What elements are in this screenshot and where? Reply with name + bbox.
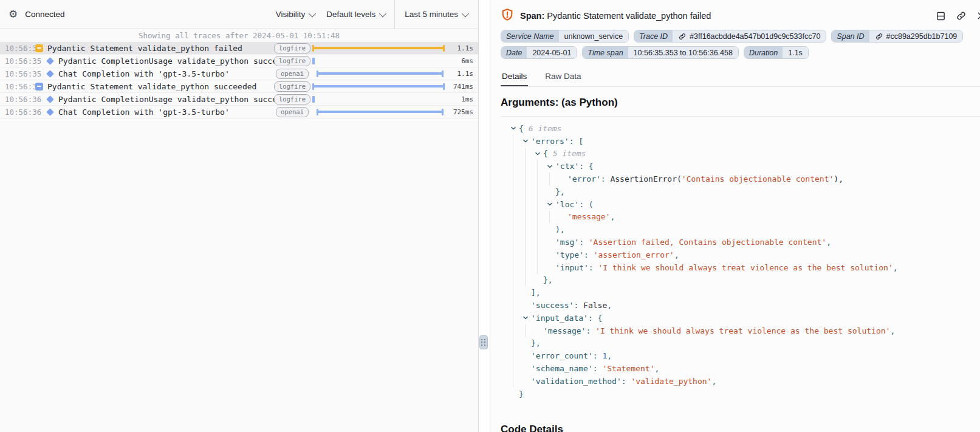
copy-link-icon[interactable] [956, 10, 967, 21]
trace-row[interactable]: 10:56:36Pydantic CompletionUsage validat… [0, 93, 478, 106]
collapse-chevron-icon[interactable] [547, 201, 555, 207]
scope-tag-badge: openai [276, 69, 309, 79]
link-icon[interactable] [678, 32, 687, 41]
code-segment-key: 'success' [531, 301, 574, 310]
visibility-dropdown-label: Visibility [276, 10, 306, 19]
code-segment-punct: , [890, 326, 895, 335]
code-segment-key: 'errors' [531, 137, 569, 146]
trace-row[interactable]: 10:56:35Chat Completion with 'gpt-3.5-tu… [0, 67, 478, 80]
visibility-dropdown[interactable]: Visibility [276, 10, 315, 19]
toolbar-dropdowns: Visibility Default levels [276, 0, 395, 29]
indent-guide [537, 185, 538, 198]
code-line: ], [501, 286, 980, 299]
metadata-pill-label: Trace ID [634, 30, 673, 42]
settings-gear-icon[interactable]: ⚙ [9, 9, 18, 19]
indent-guide [525, 261, 526, 274]
span-title: Span: Pydantic Statement validate_python… [520, 11, 936, 21]
code-segment-key: 'validation_method' [531, 377, 622, 386]
indent-guide [525, 249, 526, 261]
code-segment-str: 'Statement' [602, 364, 654, 373]
code-segment-punct: , [607, 351, 612, 360]
collapse-chevron-icon[interactable] [523, 138, 531, 144]
indent-guide [537, 173, 538, 185]
span-diamond-icon [46, 70, 54, 78]
indent-guide [513, 236, 513, 249]
drag-dots-icon [481, 339, 486, 346]
trace-row-timestamp: 10:56:36 [0, 108, 35, 117]
code-line: 'loc': ( [501, 198, 980, 211]
collapse-chevron-icon[interactable] [547, 163, 555, 170]
tab-raw-data[interactable]: Raw Data [544, 69, 582, 86]
trace-row-timestamp: 10:56:35 [0, 69, 35, 78]
code-segment-key: 'loc' [555, 200, 579, 209]
code-segment-str: 'Assertion failed, Contains objectionabl… [589, 238, 826, 247]
trace-row[interactable]: 10:56:36Pydantic Statement validate_pyth… [0, 80, 478, 93]
metadata-pill-text: #cc89a295db1b7109 [886, 32, 958, 41]
collapse-toggle-icon[interactable] [35, 44, 43, 52]
duration-bar-track [312, 57, 445, 65]
metadata-pill-value: #3ff16acbdde4a547b01d9c9c533fcc70 [673, 30, 826, 42]
default-levels-dropdown[interactable]: Default levels [326, 10, 385, 19]
metadata-pill: Span ID#cc89a295db1b7109 [831, 30, 963, 43]
metadata-pill-text: 1.1s [788, 49, 803, 57]
code-segment-punct: : [574, 301, 583, 310]
indent-guide [513, 185, 513, 198]
duration-bar-track [312, 83, 445, 91]
metadata-pill: Service Nameunknown_service [501, 30, 629, 43]
code-segment-punct: , [674, 250, 679, 259]
collapse-chevron-icon[interactable] [523, 315, 531, 321]
indent-guide [513, 160, 513, 173]
code-segment-punct: : [584, 250, 594, 259]
panel-resize-handle[interactable] [479, 335, 488, 349]
code-segment-punct: , [826, 238, 831, 247]
trace-row-body: Pydantic Statement validate_python succe… [35, 82, 275, 91]
tab-details[interactable]: Details [501, 69, 528, 86]
collapse-chevron-icon[interactable] [510, 125, 519, 131]
trace-row[interactable]: 10:56:35Pydantic CompletionUsage validat… [0, 55, 478, 67]
trace-row-body: Pydantic Statement validate_python faile… [35, 44, 275, 53]
collapse-toggle-icon[interactable] [35, 83, 43, 91]
indent-guide [513, 198, 513, 211]
link-icon[interactable] [875, 32, 883, 41]
trace-row-tag: logfire [275, 56, 309, 66]
code-segment-punct: : [589, 263, 598, 272]
metadata-pill: Time span10:56:35.353 to 10:56:36.458 [582, 46, 739, 59]
code-segment-key: 'input' [555, 263, 589, 272]
panel-divider [479, 0, 490, 432]
time-range-dropdown[interactable]: Last 5 minutes [394, 0, 478, 29]
close-icon[interactable] [976, 11, 980, 21]
indent-guide [549, 173, 550, 185]
indent-guide [513, 286, 513, 299]
code-segment-punct: { [543, 149, 553, 158]
trace-row-duration: 1.1s [448, 44, 478, 52]
code-segment-str: 'message' [567, 212, 610, 221]
code-segment-punct: : { [588, 314, 602, 323]
panel-layout-icon[interactable] [936, 11, 946, 21]
indent-guide [537, 160, 538, 173]
indent-guide [525, 160, 526, 173]
span-title-prefix: Span: [520, 11, 544, 21]
trace-row-label: Chat Completion with 'gpt-3.5-turbo' [58, 69, 230, 78]
chevron-down-icon [309, 10, 317, 18]
duration-bar [312, 58, 315, 64]
code-segment-punct: , [655, 364, 660, 373]
code-segment-plain: ), [834, 174, 843, 183]
span-detail-panel: Span: Pydantic Statement validate_python… [490, 0, 980, 432]
indent-guide [525, 211, 526, 224]
indent-guide [549, 211, 550, 224]
code-segment-punct: : [579, 238, 589, 247]
code-segment-punct: : { [579, 162, 593, 171]
trace-row[interactable]: 10:56:35Pydantic Statement validate_pyth… [0, 42, 478, 55]
code-line: 'success': False, [501, 299, 980, 312]
collapse-chevron-icon[interactable] [535, 151, 543, 157]
duration-bar [312, 85, 445, 87]
scope-tag-badge: logfire [274, 56, 310, 66]
trace-row-label: Pydantic Statement validate_python succe… [47, 82, 256, 91]
metadata-pill: Duration1.1s [744, 46, 809, 59]
code-segment-punct: : ( [579, 200, 593, 209]
code-segment-str: 'Contains objectionable content' [682, 174, 834, 183]
trace-row[interactable]: 10:56:36Chat Completion with 'gpt-3.5-tu… [0, 106, 478, 118]
indent-guide [513, 173, 513, 185]
code-segment-punct: ], [531, 288, 541, 297]
span-diamond-icon [46, 108, 54, 116]
